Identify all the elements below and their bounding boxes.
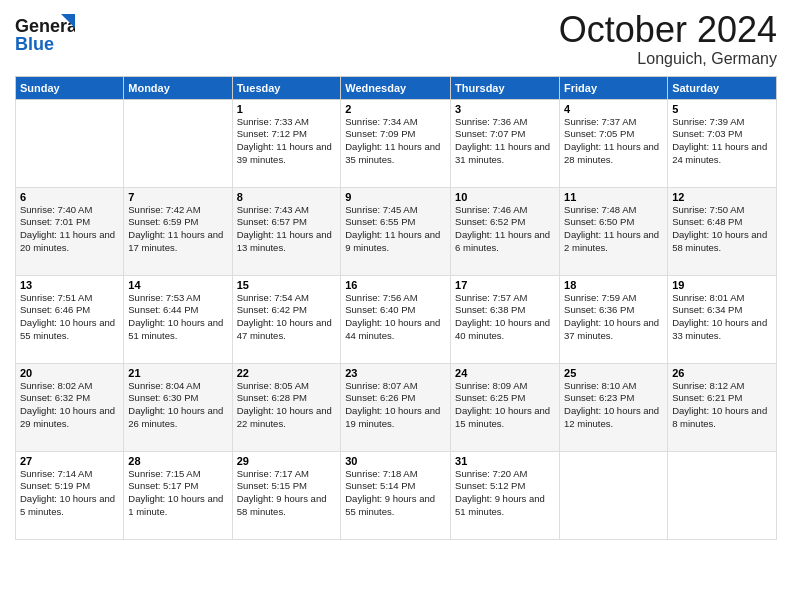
col-sunday: Sunday bbox=[16, 76, 124, 99]
day-info: Sunrise: 7:57 AMSunset: 6:38 PMDaylight:… bbox=[455, 292, 550, 341]
calendar-cell: 22 Sunrise: 8:05 AMSunset: 6:28 PMDaylig… bbox=[232, 363, 341, 451]
day-number: 14 bbox=[128, 279, 227, 291]
calendar-cell: 13 Sunrise: 7:51 AMSunset: 6:46 PMDaylig… bbox=[16, 275, 124, 363]
day-info: Sunrise: 7:40 AMSunset: 7:01 PMDaylight:… bbox=[20, 204, 115, 253]
day-number: 12 bbox=[672, 191, 772, 203]
col-thursday: Thursday bbox=[451, 76, 560, 99]
day-info: Sunrise: 7:36 AMSunset: 7:07 PMDaylight:… bbox=[455, 116, 550, 165]
day-number: 24 bbox=[455, 367, 555, 379]
day-info: Sunrise: 8:01 AMSunset: 6:34 PMDaylight:… bbox=[672, 292, 767, 341]
day-info: Sunrise: 7:39 AMSunset: 7:03 PMDaylight:… bbox=[672, 116, 767, 165]
day-info: Sunrise: 7:48 AMSunset: 6:50 PMDaylight:… bbox=[564, 204, 659, 253]
logo-icon: General Blue bbox=[15, 10, 75, 58]
day-info: Sunrise: 7:54 AMSunset: 6:42 PMDaylight:… bbox=[237, 292, 332, 341]
calendar-week-5: 27 Sunrise: 7:14 AMSunset: 5:19 PMDaylig… bbox=[16, 451, 777, 539]
calendar-cell: 21 Sunrise: 8:04 AMSunset: 6:30 PMDaylig… bbox=[124, 363, 232, 451]
day-number: 29 bbox=[237, 455, 337, 467]
calendar-cell: 30 Sunrise: 7:18 AMSunset: 5:14 PMDaylig… bbox=[341, 451, 451, 539]
calendar-cell: 12 Sunrise: 7:50 AMSunset: 6:48 PMDaylig… bbox=[668, 187, 777, 275]
calendar-cell: 6 Sunrise: 7:40 AMSunset: 7:01 PMDayligh… bbox=[16, 187, 124, 275]
calendar-cell: 4 Sunrise: 7:37 AMSunset: 7:05 PMDayligh… bbox=[560, 99, 668, 187]
calendar-cell: 29 Sunrise: 7:17 AMSunset: 5:15 PMDaylig… bbox=[232, 451, 341, 539]
col-monday: Monday bbox=[124, 76, 232, 99]
day-info: Sunrise: 7:34 AMSunset: 7:09 PMDaylight:… bbox=[345, 116, 440, 165]
col-tuesday: Tuesday bbox=[232, 76, 341, 99]
day-info: Sunrise: 7:17 AMSunset: 5:15 PMDaylight:… bbox=[237, 468, 327, 517]
day-number: 30 bbox=[345, 455, 446, 467]
day-info: Sunrise: 8:09 AMSunset: 6:25 PMDaylight:… bbox=[455, 380, 550, 429]
calendar-cell: 2 Sunrise: 7:34 AMSunset: 7:09 PMDayligh… bbox=[341, 99, 451, 187]
calendar-cell bbox=[124, 99, 232, 187]
month-title: October 2024 bbox=[559, 10, 777, 50]
day-number: 31 bbox=[455, 455, 555, 467]
day-info: Sunrise: 7:45 AMSunset: 6:55 PMDaylight:… bbox=[345, 204, 440, 253]
day-number: 15 bbox=[237, 279, 337, 291]
header: General Blue October 2024 Longuich, Germ… bbox=[15, 10, 777, 68]
day-info: Sunrise: 7:14 AMSunset: 5:19 PMDaylight:… bbox=[20, 468, 115, 517]
calendar-cell: 20 Sunrise: 8:02 AMSunset: 6:32 PMDaylig… bbox=[16, 363, 124, 451]
calendar-week-2: 6 Sunrise: 7:40 AMSunset: 7:01 PMDayligh… bbox=[16, 187, 777, 275]
calendar-cell: 8 Sunrise: 7:43 AMSunset: 6:57 PMDayligh… bbox=[232, 187, 341, 275]
calendar-cell: 24 Sunrise: 8:09 AMSunset: 6:25 PMDaylig… bbox=[451, 363, 560, 451]
calendar-cell bbox=[560, 451, 668, 539]
title-area: October 2024 Longuich, Germany bbox=[559, 10, 777, 68]
day-info: Sunrise: 7:50 AMSunset: 6:48 PMDaylight:… bbox=[672, 204, 767, 253]
calendar-cell: 31 Sunrise: 7:20 AMSunset: 5:12 PMDaylig… bbox=[451, 451, 560, 539]
day-number: 21 bbox=[128, 367, 227, 379]
day-info: Sunrise: 7:33 AMSunset: 7:12 PMDaylight:… bbox=[237, 116, 332, 165]
day-number: 25 bbox=[564, 367, 663, 379]
calendar-cell: 9 Sunrise: 7:45 AMSunset: 6:55 PMDayligh… bbox=[341, 187, 451, 275]
day-info: Sunrise: 7:15 AMSunset: 5:17 PMDaylight:… bbox=[128, 468, 223, 517]
col-friday: Friday bbox=[560, 76, 668, 99]
calendar-week-3: 13 Sunrise: 7:51 AMSunset: 6:46 PMDaylig… bbox=[16, 275, 777, 363]
calendar-cell: 25 Sunrise: 8:10 AMSunset: 6:23 PMDaylig… bbox=[560, 363, 668, 451]
calendar-cell: 5 Sunrise: 7:39 AMSunset: 7:03 PMDayligh… bbox=[668, 99, 777, 187]
day-number: 17 bbox=[455, 279, 555, 291]
day-info: Sunrise: 7:20 AMSunset: 5:12 PMDaylight:… bbox=[455, 468, 545, 517]
day-number: 7 bbox=[128, 191, 227, 203]
day-number: 3 bbox=[455, 103, 555, 115]
day-info: Sunrise: 8:04 AMSunset: 6:30 PMDaylight:… bbox=[128, 380, 223, 429]
day-info: Sunrise: 7:59 AMSunset: 6:36 PMDaylight:… bbox=[564, 292, 659, 341]
calendar-cell: 10 Sunrise: 7:46 AMSunset: 6:52 PMDaylig… bbox=[451, 187, 560, 275]
day-number: 2 bbox=[345, 103, 446, 115]
day-number: 26 bbox=[672, 367, 772, 379]
calendar-cell bbox=[668, 451, 777, 539]
calendar-week-4: 20 Sunrise: 8:02 AMSunset: 6:32 PMDaylig… bbox=[16, 363, 777, 451]
day-info: Sunrise: 7:37 AMSunset: 7:05 PMDaylight:… bbox=[564, 116, 659, 165]
col-wednesday: Wednesday bbox=[341, 76, 451, 99]
day-number: 22 bbox=[237, 367, 337, 379]
day-number: 10 bbox=[455, 191, 555, 203]
day-info: Sunrise: 7:53 AMSunset: 6:44 PMDaylight:… bbox=[128, 292, 223, 341]
col-saturday: Saturday bbox=[668, 76, 777, 99]
day-number: 23 bbox=[345, 367, 446, 379]
svg-text:Blue: Blue bbox=[15, 34, 54, 54]
calendar-cell: 1 Sunrise: 7:33 AMSunset: 7:12 PMDayligh… bbox=[232, 99, 341, 187]
location: Longuich, Germany bbox=[559, 50, 777, 68]
calendar-table: Sunday Monday Tuesday Wednesday Thursday… bbox=[15, 76, 777, 540]
day-info: Sunrise: 7:56 AMSunset: 6:40 PMDaylight:… bbox=[345, 292, 440, 341]
day-number: 13 bbox=[20, 279, 119, 291]
calendar-cell: 7 Sunrise: 7:42 AMSunset: 6:59 PMDayligh… bbox=[124, 187, 232, 275]
day-info: Sunrise: 7:42 AMSunset: 6:59 PMDaylight:… bbox=[128, 204, 223, 253]
day-number: 5 bbox=[672, 103, 772, 115]
day-info: Sunrise: 7:51 AMSunset: 6:46 PMDaylight:… bbox=[20, 292, 115, 341]
calendar-cell: 11 Sunrise: 7:48 AMSunset: 6:50 PMDaylig… bbox=[560, 187, 668, 275]
day-number: 1 bbox=[237, 103, 337, 115]
logo-area: General Blue bbox=[15, 10, 75, 58]
calendar-cell: 26 Sunrise: 8:12 AMSunset: 6:21 PMDaylig… bbox=[668, 363, 777, 451]
day-info: Sunrise: 8:02 AMSunset: 6:32 PMDaylight:… bbox=[20, 380, 115, 429]
calendar-cell: 19 Sunrise: 8:01 AMSunset: 6:34 PMDaylig… bbox=[668, 275, 777, 363]
day-number: 4 bbox=[564, 103, 663, 115]
day-number: 28 bbox=[128, 455, 227, 467]
day-info: Sunrise: 7:43 AMSunset: 6:57 PMDaylight:… bbox=[237, 204, 332, 253]
day-info: Sunrise: 8:10 AMSunset: 6:23 PMDaylight:… bbox=[564, 380, 659, 429]
day-number: 18 bbox=[564, 279, 663, 291]
day-number: 9 bbox=[345, 191, 446, 203]
page: General Blue October 2024 Longuich, Germ… bbox=[0, 0, 792, 612]
calendar-cell: 14 Sunrise: 7:53 AMSunset: 6:44 PMDaylig… bbox=[124, 275, 232, 363]
day-info: Sunrise: 7:46 AMSunset: 6:52 PMDaylight:… bbox=[455, 204, 550, 253]
day-number: 6 bbox=[20, 191, 119, 203]
calendar-cell: 3 Sunrise: 7:36 AMSunset: 7:07 PMDayligh… bbox=[451, 99, 560, 187]
day-info: Sunrise: 8:05 AMSunset: 6:28 PMDaylight:… bbox=[237, 380, 332, 429]
